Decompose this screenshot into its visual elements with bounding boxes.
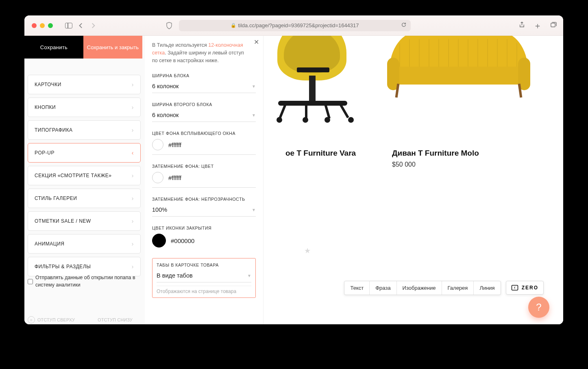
nav-label: АНИМАЦИЯ (35, 241, 64, 247)
overlay-opacity-label: ЗАТЕМНЕНИЕ ФОНА: НЕПРОЗРАЧНОСТЬ (152, 197, 256, 202)
nav-item-sale-new[interactable]: ОТМЕТКИ SALE / NEW› (28, 211, 141, 231)
nav-item-popup[interactable]: POP-UP‹ (28, 143, 141, 163)
tool-phrase[interactable]: Фраза (370, 281, 396, 295)
zero-label: ZERO (522, 285, 538, 291)
favorite-icon[interactable]: ★ (304, 246, 311, 255)
maximize-window-button[interactable] (48, 23, 53, 28)
help-button[interactable]: ? (528, 297, 549, 318)
reload-icon[interactable] (401, 22, 407, 29)
padding-top-label[interactable]: ОТСТУП СВЕРХУ (37, 317, 75, 322)
overlay-color-value: #ffffff (168, 174, 181, 181)
chevron-right-icon: › (132, 195, 134, 202)
nav-label: СЕКЦИЯ «СМОТРИТЕ ТАКЖЕ» (35, 173, 112, 178)
chevron-down-icon: ▼ (247, 273, 251, 278)
product-title: Диван T Furniture Molo (385, 149, 548, 158)
padding-top-icon: ≡ (28, 316, 35, 323)
close-icon-color-value: #000000 (171, 237, 194, 244)
forward-button[interactable] (89, 22, 97, 29)
block2-width-select[interactable]: 6 колонок ▼ (152, 109, 256, 122)
tool-line[interactable]: Линия (474, 281, 500, 295)
nav-item-buttons[interactable]: КНОПКИ› (28, 98, 141, 117)
chevron-right-icon: › (132, 81, 134, 88)
product-title: ое T Furniture Vara (264, 149, 377, 158)
tabs-label: ТАБЫ В КАРТОЧКЕ ТОВАРА (157, 263, 251, 267)
privacy-shield-icon[interactable] (166, 22, 172, 29)
nav-item-animation[interactable]: АНИМАЦИЯ› (28, 234, 141, 254)
share-icon[interactable] (518, 21, 525, 30)
chevron-right-icon: › (132, 241, 134, 247)
nav-label: POP-UP (35, 150, 54, 156)
nav-label: ФИЛЬТРЫ & РАЗДЕЛЫ (35, 264, 91, 269)
nav-label: СТИЛЬ ГАЛЕРЕИ (35, 195, 77, 201)
save-button[interactable]: Сохранить (24, 36, 83, 59)
block2-width-value: 6 колонок (152, 112, 179, 118)
block-width-select[interactable]: 6 колонок ▼ (152, 80, 256, 93)
nav-item-filters[interactable]: ФИЛЬТРЫ & РАЗДЕЛЫ› (28, 257, 141, 276)
color-swatch[interactable] (152, 172, 163, 183)
block-width-value: 6 колонок (152, 83, 179, 89)
tool-zero[interactable]: ZERO (506, 281, 544, 295)
sidebar-toggle-icon[interactable] (65, 23, 72, 28)
lock-icon: 🔒 (231, 23, 236, 28)
chevron-right-icon: › (132, 127, 134, 133)
analytics-checkbox[interactable]: Отправлять данные об открытии попапа в с… (28, 274, 141, 289)
chevron-down-icon: ▼ (252, 113, 256, 117)
popup-bg-color-label: ЦВЕТ ФОНА ВСПЛЫВАЮЩЕГО ОКНА (152, 131, 256, 136)
nav-item-cards[interactable]: КАРТОЧКИ› (28, 75, 141, 94)
svg-rect-0 (551, 23, 555, 27)
url-text: tilda.cc/page/?pageid=9369725&projectid=… (238, 22, 359, 28)
overlay-opacity-select[interactable]: 100% ▼ (152, 203, 256, 217)
overlay-color-label: ЗАТЕМНЕНИЕ ФОНА: ЦВЕТ (152, 164, 256, 169)
minimize-window-button[interactable] (40, 23, 45, 28)
tabs-select[interactable]: В виде табов ▼ (157, 269, 251, 282)
browser-window: 🔒 tilda.cc/page/?pageid=9369725&projecti… (24, 15, 563, 324)
nav-label: ТИПОГРАФИКА (35, 127, 72, 133)
close-panel-icon[interactable]: ✕ (254, 38, 259, 46)
intro-text: В Тильде используется 12-колоночная сетк… (152, 41, 256, 64)
page-canvas: ое T Furniture Vara Диван T Furniture Mo… (264, 36, 563, 324)
chevron-right-icon: › (132, 218, 134, 224)
block2-width-label: ШИРИНА ВТОРОГО БЛОКА (152, 102, 256, 107)
traffic-lights (32, 23, 53, 28)
popup-settings-panel: ✕ В Тильде используется 12-колоночная се… (145, 36, 264, 324)
product-card-chair[interactable]: ое T Furniture Vara (264, 36, 377, 158)
save-and-close-button[interactable]: Сохранить и закрыть (83, 36, 142, 59)
tool-gallery[interactable]: Галерея (442, 281, 474, 295)
nav-item-typography[interactable]: ТИПОГРАФИКА› (28, 120, 141, 140)
tabs-overview-icon[interactable] (550, 21, 557, 30)
tabs-setting-highlight: ТАБЫ В КАРТОЧКЕ ТОВАРА В виде табов ▼ От… (152, 258, 256, 298)
nav-item-gallery-style[interactable]: СТИЛЬ ГАЛЕРЕИ› (28, 189, 141, 208)
nav-label: КАРТОЧКИ (35, 82, 61, 87)
product-image-sofa (385, 36, 532, 113)
add-block-toolbar: Текст Фраза Изображение Галерея Линия ZE… (344, 280, 563, 296)
overlay-color-picker[interactable]: #ffffff (152, 172, 256, 188)
padding-bottom-label[interactable]: ОТСТУП СНИЗУ (98, 317, 133, 322)
tabs-hint: Отображаются на странице товара (157, 286, 251, 294)
block-width-label: ШИРИНА БЛОКА (152, 73, 256, 78)
close-icon-color-label: ЦВЕТ ИКОНКИ ЗАКРЫТИЯ (152, 226, 256, 230)
nav-item-see-also[interactable]: СЕКЦИЯ «СМОТРИТЕ ТАКЖЕ»› (28, 166, 141, 185)
close-window-button[interactable] (32, 23, 37, 28)
tabs-value: В виде табов (157, 272, 193, 279)
analytics-checkbox-input[interactable] (28, 275, 33, 289)
browser-chrome: 🔒 tilda.cc/page/?pageid=9369725&projecti… (24, 15, 563, 36)
tool-text[interactable]: Текст (344, 281, 370, 295)
chevron-right-icon: › (132, 104, 134, 111)
back-button[interactable] (77, 22, 85, 29)
color-swatch[interactable] (152, 139, 163, 150)
padding-controls: ≡ОТСТУП СВЕРХУ ОТСТУП СНИЗУ (28, 316, 141, 323)
settings-category-list: КАРТОЧКИ› КНОПКИ› ТИПОГРАФИКА› POP-UP‹ С… (28, 75, 141, 280)
chevron-right-icon: › (132, 172, 134, 179)
chevron-down-icon: ▼ (252, 208, 256, 212)
bolt-icon (511, 284, 518, 291)
popup-bg-color-picker[interactable]: #ffffff (152, 139, 256, 155)
tool-group: Текст Фраза Изображение Галерея Линия (344, 281, 501, 295)
address-bar[interactable]: 🔒 tilda.cc/page/?pageid=9369725&projecti… (179, 20, 411, 31)
close-icon-color-picker[interactable]: #000000 (152, 234, 256, 252)
product-card-sofa[interactable]: Диван T Furniture Molo $50 000 (385, 36, 548, 168)
nav-label: КНОПКИ (35, 104, 56, 110)
color-swatch[interactable] (152, 234, 166, 247)
new-tab-icon[interactable]: ＋ (534, 22, 542, 30)
nav-label: ОТМЕТКИ SALE / NEW (35, 218, 91, 224)
tool-image[interactable]: Изображение (397, 281, 442, 295)
